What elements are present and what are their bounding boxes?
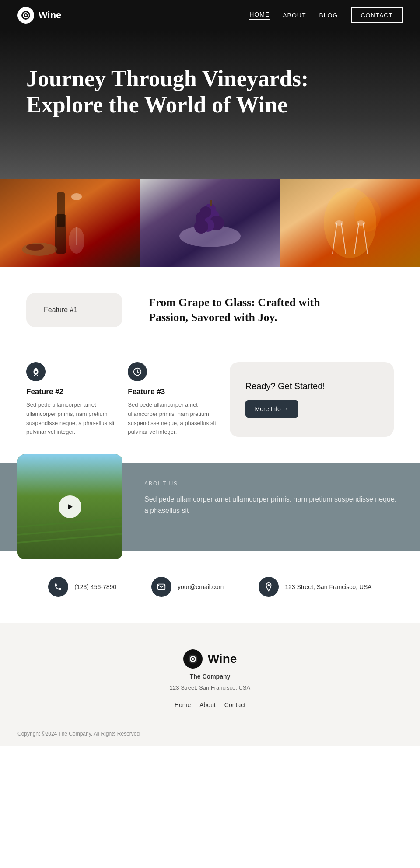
footer-logo-icon [183,649,203,669]
feature-2-card: Feature #2 Sed pede ullamcorper amet ull… [26,362,115,437]
rocket-icon [26,362,46,381]
svg-rect-3 [0,179,140,267]
about-content: ABOUT US Sed pede ullamcorper amet ullam… [122,463,420,551]
feature-3-title: Feature #3 [128,387,216,396]
address-contact: 123 Street, San Francisco, USA [259,577,371,597]
feature-1-box: Feature #1 [26,293,122,327]
svg-point-37 [192,658,194,660]
footer-logo-area: Wine The Company 123 Street, San Francis… [18,649,402,691]
footer-logo[interactable]: Wine [183,649,237,669]
footer-nav: Home About Contact [18,701,402,708]
play-button[interactable] [59,495,81,518]
phone-contact: (123) 456-7890 [48,577,116,597]
footer-logo-text: Wine [208,652,237,666]
svg-point-17 [194,220,208,234]
about-label: ABOUT US [144,481,398,487]
svg-point-25 [357,220,365,226]
feature-3-card: Feature #3 Sed pede ullamcorper amet ull… [128,362,216,437]
contact-button[interactable]: CONTACT [351,7,402,23]
svg-point-10 [26,244,44,251]
image-strip [0,179,420,267]
svg-rect-7 [76,227,77,245]
features-grid: Feature #2 Sed pede ullamcorper amet ull… [0,353,420,463]
header: Wine HOME ABOUT BLOG CONTACT [0,0,420,31]
phone-icon [48,577,68,597]
about-text: Sed pede ullamcorper amet ullamcorper pr… [144,494,398,516]
feature-3-text: Sed pede ullamcorper amet ullamcorper pr… [128,401,216,437]
footer-nav-home[interactable]: Home [175,701,191,708]
image-toast [280,179,420,267]
footer-copyright: Copyright ©2024 The Company, All Rights … [18,731,402,746]
svg-rect-5 [55,214,66,254]
footer-nav-about[interactable]: About [200,701,216,708]
feature-1-section: Feature #1 From Grape to Glass: Crafted … [0,267,420,353]
email-icon [151,577,172,597]
svg-point-24 [335,220,343,226]
hero-section: Journey Through Vineyards: Explore the W… [0,31,420,179]
nav-blog[interactable]: BLOG [319,12,338,19]
footer-address: 123 Street, San Francisco, USA [170,684,250,691]
email-text: your@email.com [178,583,224,590]
svg-point-34 [268,584,270,586]
feature-2-text: Sed pede ullamcorper amet ullamcorper pr… [26,401,115,437]
address-text: 123 Street, San Francisco, USA [285,583,371,590]
clock-icon [128,362,147,381]
location-icon [259,577,279,597]
contact-info-section: (123) 456-7890 your@email.com 123 Street… [0,551,420,623]
logo-text: Wine [38,10,61,21]
svg-marker-32 [68,504,73,509]
image-wine [0,179,140,267]
footer-company: The Company [190,673,231,680]
nav-home[interactable]: HOME [249,11,270,20]
feature-tagline: From Grape to Glass: Crafted with Passio… [149,295,332,325]
footer-divider [18,722,402,722]
email-contact: your@email.com [151,577,224,597]
logo[interactable]: Wine [18,7,61,24]
image-grapes [140,179,280,267]
footer: Wine The Company 123 Street, San Francis… [0,623,420,746]
nav-about[interactable]: ABOUT [283,12,306,19]
cta-title: Ready? Get Started! [245,381,378,391]
svg-point-26 [35,371,37,373]
feature-2-title: Feature #2 [26,387,115,396]
more-info-button[interactable]: More Info → [245,400,298,418]
about-section: ABOUT US Sed pede ullamcorper amet ullam… [0,463,420,551]
phone-text: (123) 456-7890 [74,583,116,590]
feature-1-label: Feature #1 [44,306,77,314]
logo-icon [18,7,34,24]
cta-card: Ready? Get Started! More Info → [230,362,394,437]
svg-point-8 [71,193,82,200]
svg-point-19 [200,206,211,218]
svg-point-2 [25,14,27,16]
about-video-thumbnail[interactable] [18,454,122,559]
footer-nav-contact[interactable]: Contact [224,701,245,708]
hero-title: Journey Through Vineyards: Explore the W… [26,66,332,118]
main-nav: HOME ABOUT BLOG CONTACT [249,7,402,23]
